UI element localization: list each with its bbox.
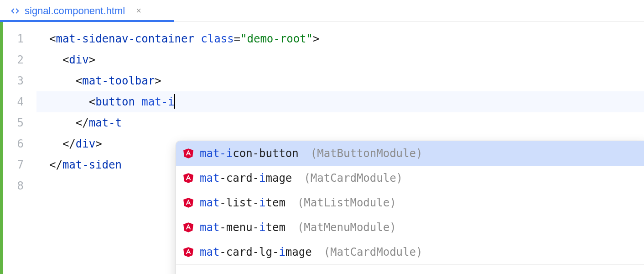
editor-tab[interactable]: signal.component.html × <box>5 0 147 21</box>
autocomplete-footer: Press ↵ to insert, ⇥ to replace Next Tip… <box>176 264 644 274</box>
code-line[interactable]: <mat-toolbar> <box>36 70 644 91</box>
editor: 1 2 3 4 5 6 7 8 <mat-sidenav-container c… <box>0 22 644 274</box>
gutter: 1 2 3 4 5 6 7 8 <box>0 22 36 274</box>
line-number[interactable]: 4 <box>3 91 36 112</box>
angular-icon <box>182 221 194 233</box>
line-number[interactable]: 3 <box>3 70 36 91</box>
text-caret <box>174 94 175 109</box>
line-number[interactable]: 1 <box>3 28 36 49</box>
tab-bar: signal.component.html × <box>0 0 644 22</box>
line-number[interactable]: 5 <box>3 112 36 133</box>
autocomplete-item[interactable]: mat-card-lg-image (MatCardModule) <box>176 240 644 264</box>
angular-icon <box>182 172 194 184</box>
code-line-current[interactable]: <button mat-i <box>36 91 644 112</box>
tab-filename: signal.component.html <box>25 5 125 17</box>
autocomplete-item[interactable]: mat-list-item (MatListModule) <box>176 190 644 215</box>
line-number[interactable]: 6 <box>3 133 36 154</box>
autocomplete-popup: mat-icon-button (MatButtonModule) mat-ca… <box>176 141 644 274</box>
enter-key-icon: ↵ <box>212 269 220 274</box>
code-line[interactable]: <div> <box>36 49 644 70</box>
code-line[interactable]: </mat-t <box>36 112 644 133</box>
autocomplete-item[interactable]: mat-menu-item (MatMenuModule) <box>176 215 644 240</box>
tab-key-icon: ⇥ <box>264 269 272 274</box>
line-number[interactable]: 7 <box>3 154 36 175</box>
next-tip-link[interactable]: Next Tip <box>327 269 364 274</box>
autocomplete-item[interactable]: mat-icon-button (MatButtonModule) <box>176 141 644 166</box>
angular-icon <box>182 197 194 209</box>
code-line[interactable]: <mat-sidenav-container class="demo-root"… <box>36 28 644 49</box>
code-file-icon <box>10 6 20 16</box>
line-number[interactable]: 8 <box>3 175 36 196</box>
angular-icon <box>182 148 194 159</box>
angular-icon <box>182 246 194 258</box>
autocomplete-item[interactable]: mat-card-image (MatCardModule) <box>176 166 644 190</box>
code-area[interactable]: <mat-sidenav-container class="demo-root"… <box>36 22 644 274</box>
line-number[interactable]: 2 <box>3 49 36 70</box>
close-icon[interactable]: × <box>136 5 141 16</box>
